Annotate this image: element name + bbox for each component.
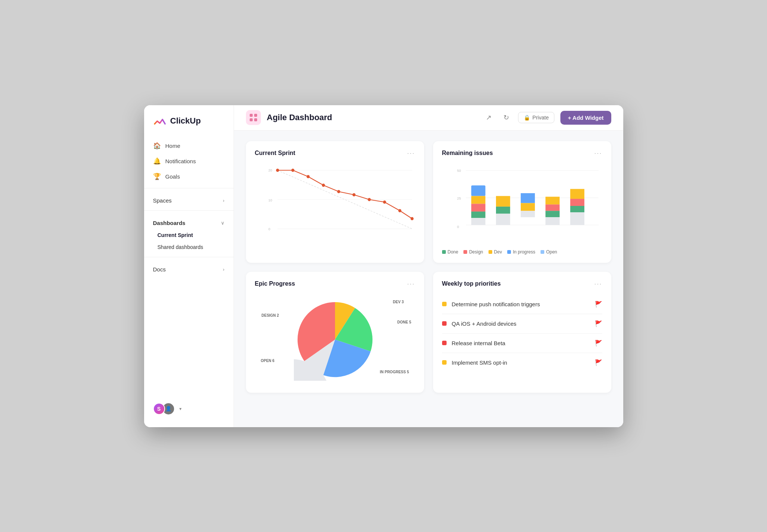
priority-dot-4 [442, 360, 447, 365]
svg-rect-30 [471, 212, 485, 218]
current-sprint-menu[interactable]: ··· [407, 149, 415, 157]
docs-label: Docs [153, 266, 166, 273]
current-sprint-title: Current Sprint [255, 150, 295, 156]
legend-inprogress-label: In progress [513, 249, 535, 255]
legend-dev-label: Dev [494, 249, 502, 255]
sidebar-bottom: S 👤 ▾ [144, 396, 234, 421]
clickup-logo-icon [153, 114, 167, 128]
avatar-group[interactable]: S 👤 [153, 402, 175, 415]
pie-chart-svg [294, 298, 376, 381]
app-window: ClickUp 🏠 Home 🔔 Notifications 🏆 Goals S… [144, 105, 623, 427]
legend-design-label: Design [469, 249, 483, 255]
svg-point-18 [383, 200, 386, 204]
svg-rect-2 [250, 118, 253, 121]
svg-rect-33 [496, 206, 510, 213]
bell-icon: 🔔 [153, 157, 161, 165]
avatar-user1: S [153, 403, 165, 415]
svg-rect-31 [471, 218, 485, 225]
widget-remaining-issues: Remaining issues ··· 50 25 0 [433, 141, 611, 263]
svg-rect-0 [250, 114, 253, 117]
nav-label-goals: Goals [165, 173, 180, 180]
svg-rect-41 [545, 217, 560, 225]
priority-item-3: Release internal Beta 🚩 [442, 334, 602, 353]
epic-progress-title: Epic Progress [255, 280, 295, 287]
bar-chart-legend: Done Design Dev In progress [442, 249, 602, 255]
svg-rect-43 [570, 199, 584, 206]
svg-rect-38 [545, 197, 560, 204]
nav-item-home[interactable]: 🏠 Home [144, 138, 234, 153]
expand-button[interactable]: ↗ [483, 112, 494, 123]
priority-flag-2: 🚩 [595, 320, 602, 327]
svg-point-19 [398, 209, 401, 212]
dashboard-icon [246, 110, 261, 125]
legend-design: Design [463, 249, 483, 255]
nav-item-goals[interactable]: 🏆 Goals [144, 169, 234, 184]
refresh-button[interactable]: ↻ [500, 112, 512, 123]
pie-label-done: DONE 5 [397, 320, 411, 324]
spaces-section[interactable]: Spaces › [144, 192, 234, 207]
svg-rect-32 [496, 196, 510, 206]
priority-item-2: QA iOS + Android devices 🚩 [442, 314, 602, 334]
priority-dot-3 [442, 341, 447, 345]
svg-text:0: 0 [457, 224, 459, 228]
nav-item-notifications[interactable]: 🔔 Notifications [144, 153, 234, 169]
priority-flag-3: 🚩 [595, 340, 602, 347]
bar-chart-svg: 50 25 0 [453, 168, 602, 231]
svg-rect-36 [521, 203, 535, 211]
remaining-issues-header: Remaining issues ··· [442, 149, 602, 157]
pie-chart-container: DEV 3 DONE 5 IN PROGRESS 5 OPEN 6 DESIGN… [255, 295, 415, 384]
svg-text:0: 0 [268, 227, 270, 231]
svg-rect-39 [545, 204, 560, 211]
main-content: Agile Dashboard ↗ ↻ 🔒 Private + Add Widg… [234, 105, 623, 427]
user-menu-chevron-icon[interactable]: ▾ [179, 406, 182, 411]
priority-dot-2 [442, 321, 447, 326]
svg-text:10: 10 [268, 198, 272, 202]
priority-flag-4: 🚩 [595, 359, 602, 366]
svg-point-15 [337, 190, 340, 193]
legend-inprogress-dot [507, 250, 511, 254]
svg-rect-34 [496, 213, 510, 225]
priority-text-1: Determine push notification triggers [452, 301, 590, 307]
dashboards-chevron-icon: ∨ [221, 220, 225, 226]
bar-chart-container: 50 25 0 [442, 164, 602, 246]
page-title: Agile Dashboard [267, 113, 477, 122]
epic-progress-menu[interactable]: ··· [407, 280, 415, 288]
widget-current-sprint: Current Sprint ··· 20 10 0 [246, 141, 424, 263]
dashboards-label: Dashboards [153, 220, 186, 226]
logo: ClickUp [144, 114, 234, 138]
sidebar-item-current-sprint[interactable]: Current Sprint [144, 229, 234, 241]
epic-progress-header: Epic Progress ··· [255, 280, 415, 288]
widget-epic-progress: Epic Progress ··· [246, 272, 424, 393]
svg-rect-37 [521, 211, 535, 217]
spaces-chevron-icon: › [223, 198, 224, 203]
docs-section[interactable]: Docs › [144, 261, 234, 276]
remaining-issues-menu[interactable]: ··· [594, 149, 602, 157]
legend-done-label: Done [448, 249, 459, 255]
svg-point-13 [307, 175, 310, 178]
widget-current-sprint-header: Current Sprint ··· [255, 149, 415, 157]
trophy-icon: 🏆 [153, 173, 161, 180]
priority-text-3: Release internal Beta [452, 340, 590, 346]
priority-text-4: Implement SMS opt-in [452, 359, 590, 366]
sidebar-item-shared-dashboards[interactable]: Shared dashboards [144, 241, 234, 253]
svg-rect-28 [471, 196, 485, 204]
priority-dot-1 [442, 302, 447, 306]
divider-2 [144, 210, 234, 211]
weekly-priorities-menu[interactable]: ··· [594, 280, 602, 288]
weekly-priorities-header: Weekly top priorities ··· [442, 280, 602, 288]
burndown-svg: 20 10 0 [268, 168, 415, 231]
dashboards-section[interactable]: Dashboards ∨ [144, 215, 234, 229]
divider-3 [144, 257, 234, 257]
svg-rect-42 [570, 189, 584, 198]
pie-label-dev: DEV 3 [393, 300, 404, 304]
legend-open: Open [541, 249, 557, 255]
legend-done-dot [442, 250, 446, 254]
shared-dashboards-label: Shared dashboards [158, 244, 203, 250]
home-icon: 🏠 [153, 142, 161, 150]
svg-point-16 [352, 193, 355, 197]
svg-rect-44 [570, 206, 584, 212]
svg-text:50: 50 [457, 168, 461, 173]
legend-design-dot [463, 250, 467, 254]
add-widget-button[interactable]: + Add Widget [560, 111, 611, 125]
svg-rect-3 [254, 118, 257, 121]
